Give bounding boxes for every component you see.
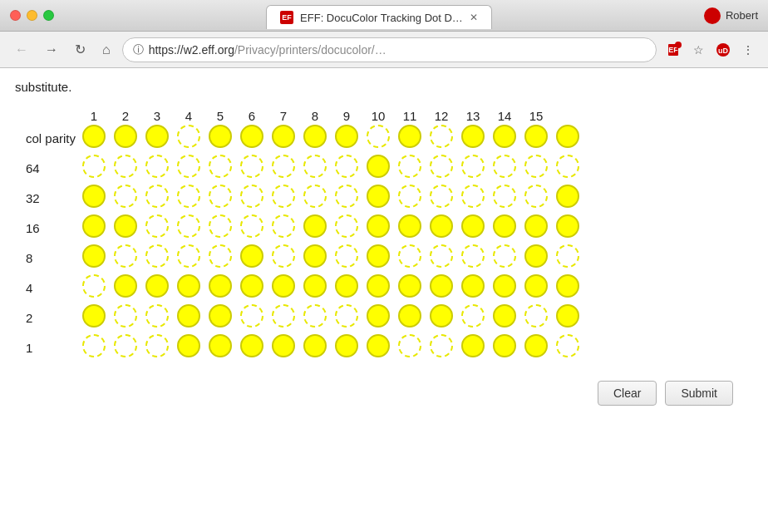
- dot-cell[interactable]: [489, 213, 520, 243]
- dot-cell[interactable]: [173, 213, 204, 243]
- dot-cell[interactable]: [489, 123, 520, 153]
- dot-cell[interactable]: [331, 332, 362, 362]
- dot-cell[interactable]: [426, 123, 457, 153]
- dot-cell[interactable]: [331, 273, 362, 303]
- dot-cell[interactable]: [489, 153, 520, 183]
- dot-cell[interactable]: [426, 273, 457, 303]
- dot-cell[interactable]: [394, 243, 426, 273]
- dot-cell[interactable]: [457, 273, 489, 303]
- dot-cell[interactable]: [552, 153, 583, 183]
- maximize-button[interactable]: [43, 10, 54, 21]
- dot-cell[interactable]: [204, 213, 236, 243]
- dot-cell[interactable]: [204, 123, 236, 153]
- dot-cell[interactable]: [236, 183, 268, 213]
- dot-cell[interactable]: [520, 123, 552, 153]
- dot-cell[interactable]: [489, 332, 520, 362]
- dot-cell[interactable]: [78, 332, 110, 362]
- dot-cell[interactable]: [394, 273, 426, 303]
- reload-button[interactable]: ↻: [70, 38, 91, 61]
- dot-cell[interactable]: [78, 273, 110, 303]
- dot-cell[interactable]: [520, 303, 552, 332]
- dot-cell[interactable]: [552, 243, 583, 273]
- dot-cell[interactable]: [141, 123, 173, 153]
- dot-cell[interactable]: [362, 153, 394, 183]
- dot-cell[interactable]: [268, 183, 299, 213]
- dot-cell[interactable]: [141, 183, 173, 213]
- dot-cell[interactable]: [362, 183, 394, 213]
- dot-cell[interactable]: [489, 303, 520, 332]
- forward-button[interactable]: →: [40, 39, 63, 61]
- dot-cell[interactable]: [331, 123, 362, 153]
- dot-cell[interactable]: [78, 183, 110, 213]
- dot-cell[interactable]: [78, 303, 110, 332]
- dot-cell[interactable]: [362, 303, 394, 332]
- dot-cell[interactable]: [457, 243, 489, 273]
- dot-cell[interactable]: [299, 243, 331, 273]
- dot-cell[interactable]: [236, 123, 268, 153]
- dot-cell[interactable]: [141, 273, 173, 303]
- dot-cell[interactable]: [299, 153, 331, 183]
- address-box[interactable]: ⓘ https://w2.eff.org/Privacy/printers/do…: [122, 37, 657, 62]
- dot-cell[interactable]: [110, 123, 141, 153]
- dot-cell[interactable]: [141, 153, 173, 183]
- dot-cell[interactable]: [552, 332, 583, 362]
- dot-cell[interactable]: [78, 213, 110, 243]
- dot-cell[interactable]: [489, 243, 520, 273]
- dot-cell[interactable]: [141, 243, 173, 273]
- dot-cell[interactable]: [552, 213, 583, 243]
- ublock-icon[interactable]: uD: [713, 40, 733, 60]
- dot-cell[interactable]: [173, 123, 204, 153]
- dot-cell[interactable]: [394, 213, 426, 243]
- bookmark-extension-icon[interactable]: EF: [663, 40, 683, 60]
- dot-cell[interactable]: [362, 332, 394, 362]
- dot-cell[interactable]: [552, 183, 583, 213]
- dot-cell[interactable]: [173, 153, 204, 183]
- submit-button[interactable]: Submit: [665, 381, 733, 406]
- dot-cell[interactable]: [426, 153, 457, 183]
- home-button[interactable]: ⌂: [97, 39, 116, 61]
- dot-cell[interactable]: [552, 273, 583, 303]
- dot-cell[interactable]: [204, 183, 236, 213]
- dot-cell[interactable]: [141, 303, 173, 332]
- dot-cell[interactable]: [489, 273, 520, 303]
- dot-cell[interactable]: [110, 273, 141, 303]
- dot-cell[interactable]: [520, 153, 552, 183]
- dot-cell[interactable]: [362, 273, 394, 303]
- dot-cell[interactable]: [268, 243, 299, 273]
- dot-cell[interactable]: [268, 213, 299, 243]
- dot-cell[interactable]: [268, 332, 299, 362]
- dot-cell[interactable]: [236, 243, 268, 273]
- dot-cell[interactable]: [141, 332, 173, 362]
- dot-cell[interactable]: [236, 153, 268, 183]
- dot-cell[interactable]: [520, 243, 552, 273]
- dot-cell[interactable]: [457, 303, 489, 332]
- dot-cell[interactable]: [426, 213, 457, 243]
- dot-cell[interactable]: [78, 123, 110, 153]
- close-button[interactable]: [10, 10, 21, 21]
- dot-cell[interactable]: [299, 213, 331, 243]
- dot-cell[interactable]: [552, 123, 583, 153]
- active-tab[interactable]: EF EFF: DocuColor Tracking Dot D… ✕: [266, 5, 492, 29]
- dot-cell[interactable]: [110, 183, 141, 213]
- dot-cell[interactable]: [110, 213, 141, 243]
- dot-cell[interactable]: [78, 243, 110, 273]
- dot-cell[interactable]: [204, 273, 236, 303]
- dot-cell[interactable]: [331, 303, 362, 332]
- dot-cell[interactable]: [520, 332, 552, 362]
- dot-cell[interactable]: [268, 153, 299, 183]
- dot-cell[interactable]: [268, 273, 299, 303]
- menu-icon[interactable]: ⋮: [738, 40, 758, 60]
- dot-cell[interactable]: [110, 332, 141, 362]
- dot-cell[interactable]: [520, 273, 552, 303]
- dot-cell[interactable]: [173, 183, 204, 213]
- dot-cell[interactable]: [299, 303, 331, 332]
- dot-cell[interactable]: [141, 213, 173, 243]
- dot-cell[interactable]: [520, 183, 552, 213]
- dot-cell[interactable]: [457, 123, 489, 153]
- dot-cell[interactable]: [362, 213, 394, 243]
- dot-cell[interactable]: [457, 183, 489, 213]
- dot-cell[interactable]: [362, 123, 394, 153]
- dot-cell[interactable]: [426, 183, 457, 213]
- dot-cell[interactable]: [78, 153, 110, 183]
- dot-cell[interactable]: [110, 243, 141, 273]
